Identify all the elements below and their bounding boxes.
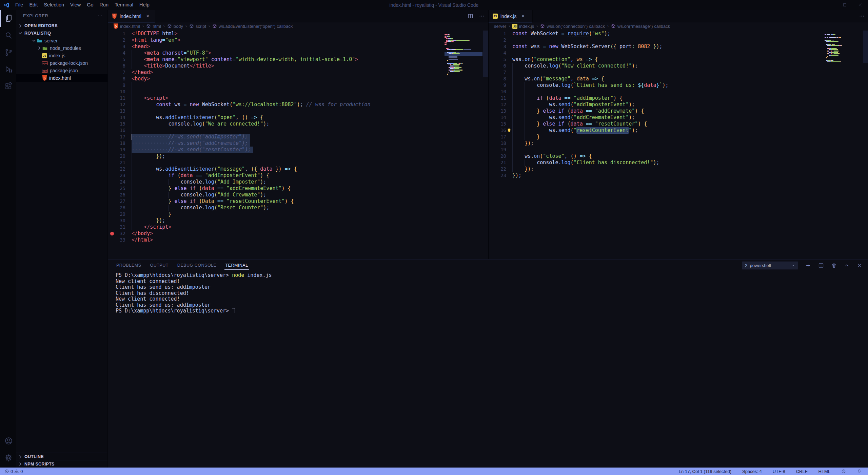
activity-run-debug[interactable] <box>0 61 16 78</box>
lightbulb-icon[interactable] <box>507 128 512 133</box>
code-line[interactable]: 5wss.on("connection", ws => { <box>489 56 868 63</box>
more-icon[interactable] <box>859 13 865 19</box>
tab-close-icon[interactable]: ✕ <box>145 14 151 19</box>
code-line[interactable]: 31 </script> <box>108 224 488 230</box>
code-line[interactable]: 27 } else if (Data == "resetCounterEvent… <box>108 198 488 205</box>
code-line[interactable]: 15 console.log("We are connected!"); <box>108 121 488 127</box>
minimap[interactable] <box>445 31 482 75</box>
code-line[interactable]: 7</head> <box>108 69 488 76</box>
maximize-panel-icon[interactable] <box>844 263 850 268</box>
activity-source-control[interactable] <box>0 44 16 61</box>
tree-item-server[interactable]: server <box>16 37 107 44</box>
code-line[interactable]: 8 ws.on("message", data => { <box>489 76 868 82</box>
minimap[interactable] <box>825 31 863 62</box>
tab-close-icon[interactable]: ✕ <box>520 14 526 19</box>
code-line[interactable]: 33</html> <box>108 237 488 243</box>
more-icon[interactable] <box>479 13 485 19</box>
menu-file[interactable]: File <box>12 0 26 10</box>
code-line[interactable]: 23 if (data == "addImposterEvent") { <box>108 172 488 179</box>
minimap-slider[interactable] <box>483 31 488 77</box>
code-line[interactable]: 13 <box>108 108 488 114</box>
code-line[interactable]: 19············//·ws.send("resetCounter")… <box>108 147 488 153</box>
code-line[interactable]: 28 console.log("Reset Counter"); <box>108 205 488 211</box>
code-line[interactable]: 5 <meta name="viewport" content="width=d… <box>108 56 488 63</box>
code-line[interactable]: 26 console.log("Add Crewmate"); <box>108 192 488 198</box>
status-bell[interactable] <box>856 469 863 474</box>
section-outline[interactable]: OUTLINE <box>16 453 107 460</box>
code-line[interactable]: 3<head> <box>108 43 488 50</box>
code-line[interactable]: 19 <box>489 147 868 153</box>
activity-extensions[interactable] <box>0 78 16 95</box>
section-npm-scripts[interactable]: NPM SCRIPTS <box>16 460 107 468</box>
code-line[interactable]: 1<!DOCTYPE html> <box>108 31 488 37</box>
panel-tab-terminal[interactable]: TERMINAL <box>224 261 249 270</box>
status-feedback[interactable] <box>840 469 847 474</box>
new-terminal-icon[interactable] <box>805 263 811 268</box>
tree-item-package-lock.json[interactable]: npmpackage-lock.json <box>16 59 107 67</box>
terminal-output[interactable]: PS D:\xampp\htdocs\royalistiq\server> no… <box>116 272 861 314</box>
status-cursor-position[interactable]: Ln 17, Col 1 (119 selected) <box>678 469 732 474</box>
code-line[interactable]: 3const wss = new WebSocket.Server({ port… <box>489 43 868 50</box>
code-line[interactable]: 2 <box>489 37 868 43</box>
activity-settings[interactable] <box>0 449 16 466</box>
code-line[interactable]: 1const WebSocket = require("ws"); <box>489 31 868 37</box>
breadcrumb-item[interactable]: wss.on("connection") callback <box>540 24 605 29</box>
code-line[interactable]: 21 <box>108 159 488 166</box>
breadcrumb-item[interactable]: html <box>146 24 161 29</box>
code-line[interactable]: 22 ws.addEventListener("message", ({ dat… <box>108 166 488 172</box>
code-line[interactable]: 16 ws.send("resetCounterEvent"); <box>489 127 868 134</box>
breadcrumb-item[interactable]: ws.addEventListener("open") callback <box>212 24 293 29</box>
code-line[interactable]: 29 } <box>108 211 488 217</box>
breadcrumb[interactable]: server›JSindex.js›wss.on("connection") c… <box>489 22 868 30</box>
code-line[interactable]: 23}); <box>489 172 868 179</box>
code-line[interactable]: 17 } <box>489 134 868 140</box>
breadcrumb-item[interactable]: ws.on("message") callback <box>611 24 670 29</box>
maximize-button[interactable] <box>837 0 852 10</box>
tree-item-package.json[interactable]: npmpackage.json <box>16 67 107 74</box>
code-line[interactable]: 7 <box>489 69 868 76</box>
code-line[interactable]: 16 <box>108 127 488 134</box>
code-line[interactable]: 18 }); <box>489 140 868 147</box>
code-line[interactable]: 24 console.log("Add Imposter"); <box>108 179 488 185</box>
editor-left-code[interactable]: 1<!DOCTYPE html>2<html lang="en">3<head>… <box>108 30 488 259</box>
code-line[interactable]: 6 <title>Document</title> <box>108 63 488 69</box>
status-language-mode[interactable]: HTML <box>817 469 831 474</box>
open-editors-section[interactable]: OPEN EDITORS <box>16 22 107 30</box>
code-line[interactable]: 10 <box>108 89 488 95</box>
menu-help[interactable]: Help <box>136 0 153 10</box>
panel-tab-output[interactable]: OUTPUT <box>149 261 169 270</box>
menu-selection[interactable]: Selection <box>41 0 67 10</box>
code-line[interactable]: 9 console.log(`Client has send us: ${dat… <box>489 82 868 89</box>
breadcrumb-item[interactable]: script <box>189 24 206 29</box>
code-line[interactable]: 11 <script> <box>108 95 488 101</box>
code-line[interactable]: 4 <meta charset="UTF-8"> <box>108 50 488 56</box>
root-folder-section[interactable]: ROYALISTIQ <box>16 30 107 37</box>
status-eol[interactable]: CRLF <box>795 469 809 474</box>
breadcrumb-item[interactable]: server <box>494 24 506 29</box>
breadcrumb-item[interactable]: JSindex.js <box>512 23 534 29</box>
code-line[interactable]: 17············//·ws.send("addImposter"); <box>108 134 488 140</box>
code-line[interactable]: 25 } else if (data == "addCrewmateEvent"… <box>108 185 488 192</box>
code-line[interactable]: 10 <box>489 89 868 95</box>
code-line[interactable]: 20 }); <box>108 153 488 159</box>
tree-item-node_modules[interactable]: node_modules <box>16 44 107 52</box>
code-line[interactable]: 13 } else if (data == "addCrewmate") { <box>489 108 868 114</box>
menu-view[interactable]: View <box>67 0 84 10</box>
activity-search[interactable] <box>0 27 16 44</box>
code-line[interactable]: 32</body> <box>108 230 488 237</box>
code-line[interactable]: 22 }); <box>489 166 868 172</box>
menu-run[interactable]: Run <box>97 0 112 10</box>
shell-select[interactable]: 2: powershell <box>742 262 798 269</box>
code-line[interactable]: 18············//·ws.send("addCrewmate"); <box>108 140 488 147</box>
code-line[interactable]: 15 } else if (data == "resetCounter") { <box>489 121 868 127</box>
status-indentation[interactable]: Spaces: 4 <box>741 469 763 474</box>
split-terminal-icon[interactable] <box>818 263 824 268</box>
problems-status[interactable]: 0 0 <box>3 469 24 474</box>
menu-terminal[interactable]: Terminal <box>112 0 136 10</box>
breakpoint-icon[interactable] <box>110 232 114 235</box>
activity-explorer[interactable] <box>0 10 16 27</box>
code-line[interactable]: 20 ws.on("close", () => { <box>489 153 868 159</box>
breadcrumb[interactable]: 5index.html›html›body›script›ws.addEvent… <box>108 22 488 30</box>
tree-item-index.html[interactable]: 5index.html <box>16 74 107 82</box>
code-line[interactable]: 14 ws.send("addCrewmateEvent"); <box>489 114 868 121</box>
